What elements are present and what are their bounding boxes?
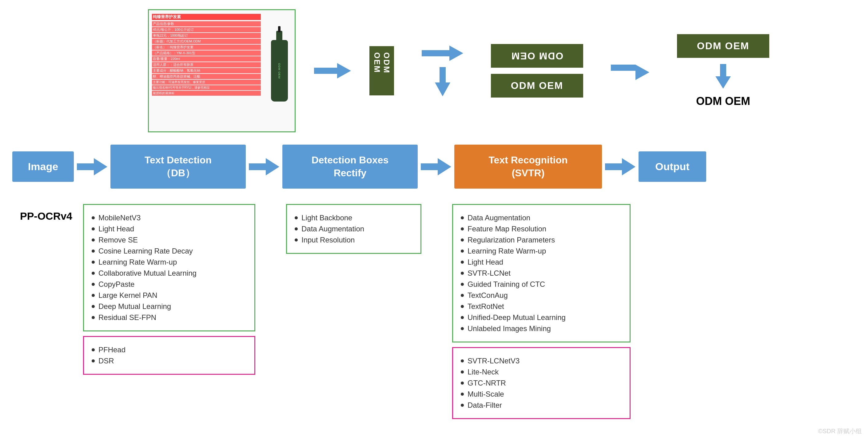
pipeline-row: Image Text Detection（DB） Detection Boxes… [12, 145, 856, 188]
feat-svtr-lcnet: SVTR-LCNet [461, 269, 622, 277]
product-title-line: 纯臻营养护发素 [152, 14, 261, 20]
detection-boxes-features: Light Backbone Data Augmentation Input R… [286, 204, 422, 259]
feat-unified-deep: Unified-Deep Mutual Learning [461, 313, 622, 322]
feature-dsr: DSR [92, 357, 247, 365]
product-line-12: 输出指名称/代号等关于RYLI，请参照相应 [152, 85, 261, 90]
detection-boxes-green-box: Light Backbone Data Augmentation Input R… [286, 204, 422, 254]
product-line-4: （标题）代加工方式/OEM,ODM [152, 39, 261, 44]
arrow-2 [249, 158, 279, 175]
arrow-1 [77, 158, 107, 175]
product-line-10: 醇、椰油脂肪丙基甜菜碱、泛醌 [152, 74, 261, 79]
feature-input-resolution: Input Resolution [294, 236, 413, 244]
text-recognition-box: Text Recognition(SVTR) [454, 145, 602, 188]
product-line-7: 容量/重量：220ml [152, 56, 261, 62]
output-label: Output [655, 160, 689, 172]
odm-result-mirrored: ODM OEM [491, 44, 583, 68]
pp-ocrv4-label: PP-OCRv4 [12, 204, 80, 222]
feat-unlabeled: Unlabeled Images Mining [461, 324, 622, 333]
feature-remove-se: Remove SE [92, 236, 247, 244]
product-image-box: 纯臻营养护发素 产品信息/参数 45元/每公斤，100公斤起订 单瓶22元，10… [148, 9, 296, 132]
text-recognition-features: Data Augmentation Feature Map Resolution… [452, 204, 630, 424]
odm-vertical-box: ODM OEM [369, 46, 394, 95]
feat-lite-neck: Lite-Neck [461, 368, 622, 376]
arrow-3 [421, 158, 451, 175]
bottle-label: ODM OEM [278, 63, 281, 79]
product-line-11: 主要功能：可滋养发亮发丝、修复受损 [152, 80, 261, 85]
bottle-shape: ODM OEM [271, 40, 288, 101]
product-text-area: 纯臻营养护发素 产品信息/参数 45元/每公斤，100公斤起订 单瓶22元，10… [149, 10, 264, 131]
feature-data-augmentation: Data Augmentation [294, 225, 413, 233]
top-section: 纯臻营养护发素 产品信息/参数 45元/每公斤，100公斤起订 单瓶22元，10… [12, 9, 856, 132]
odm-final-text: ODM OEM [696, 95, 750, 108]
text-recognition-pink-box: SVTR-LCNetV3 Lite-Neck GTC-NRTR Multi-Sc… [452, 347, 630, 419]
product-line-9: 主要成分：醋酸酯钠，氢氧化钠 [152, 68, 261, 73]
feat-svtr-v3: SVTR-LCNetV3 [461, 357, 622, 365]
feat-multi-scale: Multi-Scale [461, 390, 622, 399]
main-container: 纯臻营养护发素 产品信息/参数 45元/每公斤，100公斤起订 单瓶22元，10… [0, 0, 868, 440]
final-arrow-section [611, 62, 649, 80]
watermark: ©SDR 辞赋小组 [818, 427, 862, 435]
feat-reg-params: Regularization Parameters [461, 236, 622, 244]
text-detection-pink-box: PFHead DSR [83, 336, 255, 375]
text-recognition-green-box: Data Augmentation Feature Map Resolution… [452, 204, 630, 343]
odm-result-normal: ODM OEM [491, 74, 583, 97]
feature-light-backbone: Light Backbone [294, 213, 413, 222]
feature-light-head: Light Head [92, 225, 247, 233]
product-line-5: （标名）：纯臻营养护发素 [152, 45, 261, 50]
feature-cosine-lr: Cosine Learning Rate Decay [92, 247, 247, 255]
feat-light-head: Light Head [461, 258, 622, 266]
image-label: Image [28, 160, 58, 172]
product-line-2: 45元/每公斤，100公斤起订 [152, 27, 261, 32]
feat-guided-ctc: Guided Training of CTC [461, 280, 622, 289]
odm-results-section: ODM OEM ODM OEM [491, 44, 583, 97]
image-box: Image [12, 151, 74, 182]
product-line-13: 被授权的液体标 [152, 91, 261, 96]
feature-lr-warmup: Learning Rate Warm-up [92, 258, 247, 266]
product-line-8: 适用人群：：适合所有肤质 [152, 62, 261, 67]
feat-data-filter: Data-Filter [461, 401, 622, 410]
product-line-3: 单瓶22元，1000瓶起订 [152, 33, 261, 38]
product-line-6: （产品规格）：YM-X-301型 [152, 51, 261, 56]
feature-collaborative: Collaborative Mutual Learning [92, 269, 247, 277]
text-detection-features: MobileNetV3 Light Head Remove SE Cosine … [83, 204, 255, 379]
product-bottle: ODM OEM [264, 10, 294, 131]
feat-lr-warmup: Learning Rate Warm-up [461, 247, 622, 255]
feat-textconaug: TextConAug [461, 291, 622, 300]
feat-data-aug: Data Augmentation [461, 213, 622, 222]
odm-arrows-section [422, 46, 463, 96]
feat-textrotnet: TextRotNet [461, 302, 622, 311]
arrow-4 [605, 158, 636, 175]
bottom-section: PP-OCRv4 MobileNetV3 Light Head Remove S… [12, 204, 856, 424]
detection-boxes-box: Detection BoxesRectify [282, 145, 418, 188]
product-line-1: 产品信息/参数 [152, 21, 261, 26]
feat-feature-map: Feature Map Resolution [461, 225, 622, 233]
feature-pfhead: PFHead [92, 346, 247, 354]
text-detection-box: Text Detection（DB） [111, 145, 246, 188]
feature-mobilenetv3: MobileNetV3 [92, 213, 247, 222]
output-box: Output [639, 151, 706, 182]
feature-deep-mutual: Deep Mutual Learning [92, 302, 247, 311]
final-output-section: ODM OEM ODM OEM [677, 34, 769, 108]
feature-residual-se: Residual SE-FPN [92, 313, 247, 322]
odm-final-box: ODM OEM [677, 34, 769, 58]
feature-large-kernel: Large Kernel PAN [92, 291, 247, 300]
feature-copypaste: CopyPaste [92, 280, 247, 289]
odm-vertical-section: ODM OEM [369, 46, 394, 95]
text-detection-green-box: MobileNetV3 Light Head Remove SE Cosine … [83, 204, 255, 331]
feat-gtc-nrtr: GTC-NRTR [461, 379, 622, 387]
